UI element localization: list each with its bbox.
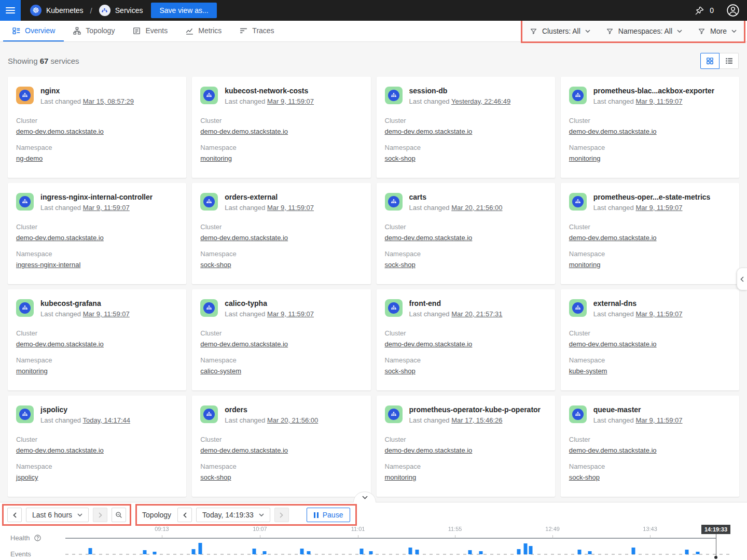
service-name[interactable]: ingress-nginx-internal-controller: [40, 193, 153, 201]
event-bar[interactable]: [523, 543, 527, 554]
user-avatar[interactable]: [726, 4, 740, 17]
service-name[interactable]: queue-master: [593, 405, 683, 414]
tab-traces[interactable]: Traces: [230, 21, 283, 41]
cluster-link[interactable]: demo-dev.demo.stackstate.io: [16, 128, 104, 135]
event-bar[interactable]: [252, 549, 256, 554]
cluster-link[interactable]: demo-dev.demo.stackstate.io: [569, 446, 657, 454]
namespace-link[interactable]: sock-shop: [569, 473, 600, 481]
timeline-track[interactable]: 14:19:33 09:1310:0711:0111:5512:4913:43: [65, 502, 732, 560]
last-changed-link[interactable]: Yesterday, 22:46:49: [451, 97, 510, 105]
service-name[interactable]: carts: [409, 193, 503, 201]
clusters-filter-dropdown[interactable]: Clusters: All: [530, 27, 590, 35]
grid-view-button[interactable]: [700, 53, 720, 69]
service-name[interactable]: nginx: [40, 87, 134, 95]
namespace-link[interactable]: jspolicy: [16, 473, 38, 481]
service-name[interactable]: front-end: [409, 299, 503, 307]
tab-metrics[interactable]: Metrics: [176, 21, 230, 41]
cluster-link[interactable]: demo-dev.demo.stackstate.io: [385, 446, 473, 454]
tab-events[interactable]: Events: [123, 21, 176, 41]
event-bar[interactable]: [369, 551, 373, 554]
event-bar[interactable]: [88, 548, 92, 554]
last-changed-link[interactable]: Mar 9, 11:59:07: [267, 97, 314, 105]
namespace-link[interactable]: monitoring: [569, 155, 601, 162]
event-bar[interactable]: [262, 551, 266, 554]
cluster-link[interactable]: demo-dev.demo.stackstate.io: [569, 128, 657, 135]
event-bar[interactable]: [696, 552, 699, 554]
namespace-link[interactable]: monitoring: [200, 155, 232, 162]
cluster-link[interactable]: demo-dev.demo.stackstate.io: [385, 340, 473, 348]
event-bar[interactable]: [198, 543, 202, 554]
event-bar[interactable]: [359, 549, 363, 554]
details-panel-expand-handle[interactable]: [737, 268, 747, 290]
service-name[interactable]: orders-external: [225, 193, 314, 201]
breadcrumb-view[interactable]: Services: [115, 6, 143, 15]
cluster-link[interactable]: demo-dev.demo.stackstate.io: [200, 340, 288, 348]
service-name[interactable]: external-dns: [593, 299, 683, 307]
last-changed-link[interactable]: Mar 9, 11:59:07: [267, 310, 314, 318]
event-bar[interactable]: [577, 550, 581, 554]
namespace-link[interactable]: kube-system: [569, 367, 607, 375]
last-changed-link[interactable]: Mar 15, 08:57:29: [83, 97, 134, 105]
service-name[interactable]: prometheus-operator-kube-p-operator: [409, 405, 541, 414]
event-bar[interactable]: [300, 549, 304, 554]
event-bar[interactable]: [307, 551, 310, 554]
namespace-link[interactable]: monitoring: [16, 367, 48, 375]
breadcrumb-app[interactable]: Kubernetes: [46, 6, 84, 15]
last-changed-link[interactable]: Mar 9, 11:59:07: [635, 416, 682, 424]
tab-overview[interactable]: Overview: [3, 21, 64, 41]
event-bar[interactable]: [468, 550, 472, 554]
last-changed-link[interactable]: Mar 20, 21:56:00: [267, 416, 318, 424]
last-changed-link[interactable]: Mar 9, 11:59:07: [83, 204, 130, 212]
namespace-link[interactable]: sock-shop: [385, 261, 416, 269]
cluster-link[interactable]: demo-dev.demo.stackstate.io: [16, 234, 104, 242]
pin-icon[interactable]: [695, 6, 704, 16]
last-changed-link[interactable]: Mar 9, 11:59:07: [635, 204, 682, 212]
service-name[interactable]: kubecost-network-costs: [225, 87, 314, 95]
event-bar[interactable]: [416, 550, 419, 554]
service-name[interactable]: kubecost-grafana: [40, 299, 130, 307]
event-bar[interactable]: [631, 548, 635, 554]
namespace-link[interactable]: calico-system: [200, 367, 241, 375]
namespace-link[interactable]: sock-shop: [200, 473, 231, 481]
hamburger-menu-button[interactable]: [0, 0, 21, 21]
last-changed-link[interactable]: Mar 20, 21:57:31: [451, 310, 502, 318]
save-view-as-button[interactable]: Save view as...: [151, 3, 216, 18]
cluster-link[interactable]: demo-dev.demo.stackstate.io: [16, 446, 104, 454]
cluster-link[interactable]: demo-dev.demo.stackstate.io: [200, 234, 288, 242]
last-changed-link[interactable]: Mar 9, 11:59:07: [267, 204, 314, 212]
last-changed-link[interactable]: Mar 17, 15:46:26: [451, 416, 502, 424]
namespace-link[interactable]: ingress-nginx-internal: [16, 261, 80, 269]
last-changed-link[interactable]: Mar 9, 11:59:07: [83, 310, 130, 318]
last-changed-link[interactable]: Mar 9, 11:59:07: [635, 97, 682, 105]
event-bar[interactable]: [588, 551, 591, 554]
event-bar[interactable]: [408, 548, 412, 554]
namespace-link[interactable]: ng-demo: [16, 155, 43, 162]
cluster-link[interactable]: demo-dev.demo.stackstate.io: [385, 234, 473, 242]
event-bar[interactable]: [153, 552, 156, 554]
cluster-link[interactable]: demo-dev.demo.stackstate.io: [385, 128, 473, 135]
namespace-link[interactable]: monitoring: [385, 473, 417, 481]
last-changed-link[interactable]: Mar 20, 21:56:00: [451, 204, 502, 212]
namespace-link[interactable]: sock-shop: [385, 155, 416, 162]
cluster-link[interactable]: demo-dev.demo.stackstate.io: [569, 340, 657, 348]
more-filter-dropdown[interactable]: More: [698, 27, 737, 35]
event-bar[interactable]: [143, 550, 146, 554]
service-name[interactable]: calico-typha: [225, 299, 314, 307]
namespace-link[interactable]: sock-shop: [385, 367, 416, 375]
range-back-button[interactable]: [7, 508, 22, 522]
list-view-button[interactable]: [720, 53, 739, 69]
namespace-link[interactable]: monitoring: [569, 261, 601, 269]
event-bar[interactable]: [685, 550, 688, 554]
service-name[interactable]: prometheus-oper...e-state-metrics: [593, 193, 711, 201]
cluster-link[interactable]: demo-dev.demo.stackstate.io: [16, 340, 104, 348]
service-name[interactable]: session-db: [409, 87, 511, 95]
event-bar[interactable]: [517, 549, 521, 554]
event-bar[interactable]: [479, 551, 483, 554]
cluster-link[interactable]: demo-dev.demo.stackstate.io: [569, 234, 657, 242]
help-icon[interactable]: [34, 534, 42, 542]
namespace-link[interactable]: sock-shop: [200, 261, 231, 269]
event-bar[interactable]: [192, 549, 196, 554]
last-changed-link[interactable]: Today, 14:17:44: [82, 416, 130, 424]
service-name[interactable]: orders: [225, 405, 318, 414]
last-changed-link[interactable]: Mar 9, 11:59:07: [635, 310, 682, 318]
